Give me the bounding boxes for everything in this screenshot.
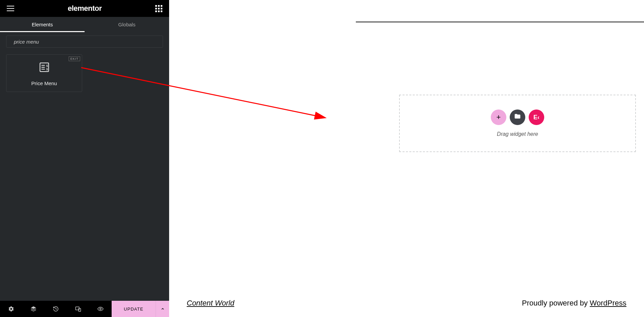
footer-credit-text: Proudly powered by: [522, 299, 590, 307]
svg-text:$: $: [46, 64, 48, 68]
search-wrap: [0, 32, 169, 51]
update-button[interactable]: UPDATE: [112, 301, 156, 317]
add-section-zone[interactable]: + E‹ Drag widget here: [399, 95, 636, 152]
elementor-logo: elementor: [68, 4, 102, 13]
panel-tabs: Elements Globals: [0, 17, 169, 32]
sidebar-header: elementor: [0, 0, 169, 17]
footer-credit: Proudly powered by WordPress: [522, 299, 626, 308]
navigator-button[interactable]: [22, 301, 45, 317]
site-title-link[interactable]: Content World: [187, 299, 234, 308]
search-box[interactable]: [6, 35, 163, 48]
wordpress-link[interactable]: WordPress: [590, 299, 626, 307]
plus-icon: +: [497, 113, 501, 122]
apps-grid-icon[interactable]: [155, 5, 162, 12]
canvas-divider: [356, 22, 644, 22]
folder-icon: [514, 113, 521, 122]
add-section-button[interactable]: +: [491, 109, 506, 125]
price-menu-icon: $ $: [39, 62, 50, 74]
preview-button[interactable]: [89, 301, 112, 317]
menu-icon[interactable]: [7, 6, 14, 11]
svg-text:$: $: [46, 68, 48, 71]
update-options-button[interactable]: [156, 301, 169, 317]
update-group: UPDATE: [112, 301, 169, 317]
search-input[interactable]: [14, 39, 159, 45]
drop-hint-text: Drag widget here: [497, 131, 538, 137]
widget-price-menu[interactable]: EKIT $ $ Price Menu: [6, 54, 82, 92]
elementor-sidebar: elementor Elements Globals EKIT $ $: [0, 0, 169, 317]
footer-icons: [0, 301, 112, 317]
ekit-icon: E‹: [533, 114, 539, 121]
drop-buttons: + E‹: [491, 109, 544, 125]
widget-badge: EKIT: [69, 56, 80, 61]
settings-button[interactable]: [0, 301, 22, 317]
tab-elements[interactable]: Elements: [0, 17, 85, 32]
widgets-area: EKIT $ $ Price Menu: [0, 51, 169, 301]
widget-label: Price Menu: [31, 80, 57, 86]
tab-globals[interactable]: Globals: [85, 17, 169, 32]
editor-canvas: + E‹ Drag widget here Content World Prou…: [169, 0, 644, 317]
page-footer: Content World Proudly powered by WordPre…: [187, 299, 626, 308]
svg-point-10: [100, 308, 101, 310]
responsive-button[interactable]: [67, 301, 89, 317]
ekit-templates-button[interactable]: E‹: [529, 109, 544, 125]
history-button[interactable]: [45, 301, 67, 317]
add-template-button[interactable]: [510, 109, 525, 125]
sidebar-footer: UPDATE: [0, 301, 169, 317]
